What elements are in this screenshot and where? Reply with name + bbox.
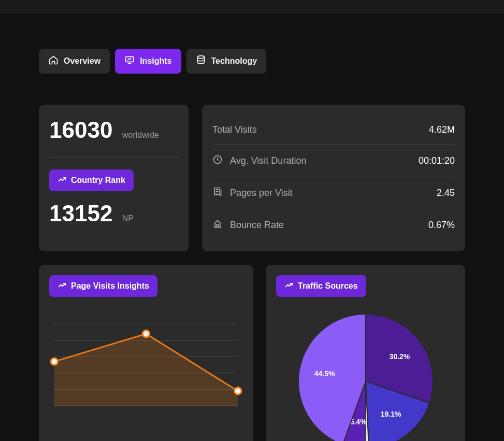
country-rank-badge: Country Rank (49, 169, 134, 191)
svg-text:30.2%: 30.2% (389, 352, 410, 361)
tab-label: Insights (140, 56, 171, 66)
database-icon (196, 55, 206, 67)
topbar (0, 0, 504, 15)
country-rank-block: 13152 NP (49, 191, 178, 229)
stat-bounce-rate: Bounce Rate 0.67% (212, 209, 455, 241)
trend-up-icon (57, 175, 67, 186)
tab-insights[interactable]: Insights (115, 49, 181, 74)
page-visits-badge: Page Visits Insights (49, 275, 157, 297)
stat-pages-per-visit: Pages per Visit 2.45 (212, 177, 455, 209)
country-rank-value: 13152 (49, 201, 112, 226)
tab-label: Technology (211, 56, 257, 66)
global-rank-value: 16030 (49, 117, 112, 143)
stat-total-visits: Total Visits 4.62M (212, 115, 455, 145)
home-icon (48, 55, 59, 67)
page-visits-chart-card: Page Visits Insights (39, 265, 253, 441)
tab-label: Overview (64, 56, 100, 66)
country-rank-sub: NP (122, 214, 134, 223)
bounce-icon (212, 219, 223, 232)
tab-technology[interactable]: Technology (186, 49, 267, 74)
clock-icon (212, 154, 223, 167)
stat-label: Pages per Visit (230, 188, 293, 198)
stats-row: 16030 worldwide Country Rank 13152 NP To… (0, 105, 504, 251)
trend-up-icon (284, 280, 294, 292)
svg-text:44.5%: 44.5% (314, 369, 335, 378)
svg-point-11 (142, 330, 150, 337)
stat-label: Avg. Visit Duration (230, 155, 306, 166)
line-chart (49, 316, 243, 414)
pie-chart: 30.2%19.1%5.4%44.5% (276, 311, 455, 441)
badge-label: Traffic Sources (298, 281, 358, 291)
tab-bar: Overview Insights Technology (0, 49, 504, 74)
stat-avg-duration: Avg. Visit Duration 00:01:20 (212, 145, 455, 177)
traffic-sources-badge: Traffic Sources (276, 275, 366, 297)
badge-label: Page Visits Insights (71, 281, 149, 291)
svg-text:19.1%: 19.1% (380, 410, 401, 418)
tab-overview[interactable]: Overview (39, 49, 110, 74)
presentation-icon (124, 55, 135, 67)
stat-label: Total Visits (212, 124, 257, 135)
stat-value: 0.67% (428, 220, 455, 231)
svg-point-1 (197, 56, 204, 59)
divider (49, 158, 178, 158)
stat-label: Bounce Rate (230, 220, 284, 231)
metrics-card: Total Visits 4.62M Avg. Visit Duration 0… (202, 105, 465, 251)
stat-value: 00:01:20 (419, 155, 455, 166)
svg-point-12 (234, 388, 241, 395)
global-rank-sub: worldwide (122, 131, 159, 140)
stat-value: 2.45 (437, 188, 455, 198)
svg-point-10 (51, 358, 58, 365)
global-rank-block: 16030 worldwide (49, 115, 178, 155)
rank-card: 16030 worldwide Country Rank 13152 NP (39, 105, 189, 251)
trend-up-icon (57, 280, 67, 292)
charts-row: Page Visits Insights Traffic Sources 30.… (0, 265, 504, 441)
badge-label: Country Rank (71, 176, 125, 185)
pages-icon (212, 187, 223, 200)
traffic-sources-chart-card: Traffic Sources 30.2%19.1%5.4%44.5% (266, 265, 465, 441)
stat-value: 4.62M (429, 124, 455, 135)
